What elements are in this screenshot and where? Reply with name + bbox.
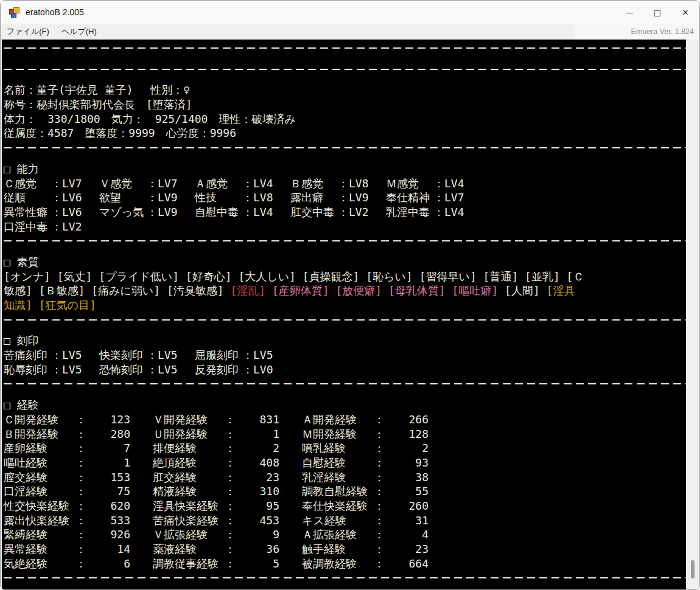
experience-row-cell: 気絶経験：6 <box>4 557 153 571</box>
experience-row-cell: 乳淫経験：38 <box>302 470 451 485</box>
maximize-button[interactable]: □ <box>643 1 671 24</box>
experience-row-cell: 産卵経験：7 <box>4 441 153 456</box>
ability-row-cell: Ｂ感覚：LV8 <box>290 176 386 191</box>
ability-row-cell: Ｍ感覚：LV4 <box>386 176 481 191</box>
profile-name-line: 名前：菫子(宇佐見 菫子) 性別：♀ <box>2 83 686 97</box>
mark-row-cell: 反発刻印：LV0 <box>195 363 290 377</box>
marks-header: □ 刻印 <box>2 333 686 348</box>
experience-table: Ｃ開発経験：123Ｖ開発経験：831Ａ開発経験：266Ｂ開発経験：280Ｕ開発経… <box>2 412 686 571</box>
experience-row-cell: Ｂ開発経験：280 <box>4 427 153 442</box>
scrollbar-track[interactable] <box>686 40 699 589</box>
abilities-header: □ 能力 <box>2 162 686 176</box>
experience-row-cell: 被調教経験：664 <box>302 557 451 571</box>
mark-row: 恥辱刻印：LV5恐怖刻印：LV5反発刻印：LV0 <box>2 363 686 377</box>
console-body: 名前：菫子(宇佐見 菫子) 性別：♀ 称号：秘封倶楽部初代会長 [堕落済] 体力… <box>2 40 686 589</box>
ability-row-cell: 奉仕精神：LV7 <box>386 190 481 205</box>
separator-line <box>2 69 686 83</box>
mark-row-cell: 苦痛刻印：LV5 <box>4 348 99 363</box>
experience-row-cell: 淫具快楽経験：95 <box>153 499 302 513</box>
experience-row-cell: Ｃ開発経験：123 <box>4 412 153 427</box>
experience-row-cell: 異常経験：14 <box>4 542 153 557</box>
experience-row: 産卵経験：7排便経験：2噴乳経験：2 <box>2 441 686 456</box>
ability-row-cell: 従順：LV6 <box>4 190 99 205</box>
app-window: eratohoB 2.005 — □ ✕ ファイル(F) ヘルプ(H) Emue… <box>0 0 700 590</box>
experience-row-cell: Ｍ開発経験：128 <box>302 427 451 442</box>
ability-row-cell: マゾっ気：LV9 <box>99 205 195 220</box>
ability-row-cell: 肛交中毒：LV2 <box>290 205 386 220</box>
scrollbar-thumb[interactable] <box>691 560 695 578</box>
experience-row-cell: 露出快楽経験：533 <box>4 513 153 528</box>
experience-row-cell: Ａ開発経験：266 <box>302 412 451 427</box>
ability-row: 口淫中毒：LV2 <box>2 220 686 234</box>
trait-tag-segment: [淫乱] <box>230 284 265 297</box>
experience-row-cell: 調教従事経験：5 <box>153 557 302 571</box>
menu-file[interactable]: ファイル(F) <box>1 24 55 40</box>
separator-line <box>2 147 686 162</box>
close-button[interactable]: ✕ <box>671 1 699 24</box>
separator-line <box>2 47 686 62</box>
traits-list: [オンナ] [気丈] [プライド低い] [好奇心] [大人しい] [貞操観念] … <box>2 269 686 313</box>
trait-tag-segment: [淫具 <box>547 284 575 297</box>
experience-row-cell: 噴乳経験：2 <box>302 441 451 456</box>
menu-help[interactable]: ヘルプ(H) <box>55 24 103 40</box>
experience-row: 気絶経験：6調教従事経験：5被調教経験：664 <box>2 557 686 571</box>
experience-row-cell: キス経験：31 <box>302 513 451 528</box>
mark-row-cell: 快楽刻印：LV5 <box>99 348 195 363</box>
experience-header: □ 経験 <box>2 398 686 412</box>
experience-row: 口淫経験：75精液経験：310調教自慰経験：55 <box>2 484 686 499</box>
experience-row: 膣交経験：153肛交経験：23乳淫経験：38 <box>2 470 686 485</box>
console-output: 名前：菫子(宇佐見 菫子) 性別：♀ 称号：秘封倶楽部初代会長 [堕落済] 体力… <box>1 40 699 586</box>
experience-row-cell: 排便経験：2 <box>153 441 302 456</box>
experience-row-cell: Ｕ開発経験：1 <box>153 427 302 442</box>
ability-row-cell: 口淫中毒：LV2 <box>4 220 99 234</box>
ability-row-cell: 露出癖：LV9 <box>290 190 386 205</box>
mark-row-cell: 屈服刻印：LV5 <box>195 348 290 363</box>
separator-line <box>2 319 686 334</box>
experience-row-cell: Ｖ拡張経験：9 <box>153 527 302 542</box>
traits-line: 敏感] [Ｂ敏感] [痛みに弱い] [汚臭敏感] [淫乱] [産卵体質] [放便… <box>2 283 686 298</box>
abilities-table: Ｃ感覚：LV7Ｖ感覚：LV7Ａ感覚：LV4Ｂ感覚：LV8Ｍ感覚：LV4従順：LV… <box>2 176 686 234</box>
experience-row-cell: 嘔吐経験：1 <box>4 456 153 470</box>
traits-line: 知識] [狂気の目] <box>2 298 686 313</box>
experience-row: 性交快楽経験：620淫具快楽経験：95奉仕快楽経験：260 <box>2 499 686 513</box>
ability-row-cell: 自慰中毒：LV4 <box>195 205 290 220</box>
mark-row-cell: 恐怖刻印：LV5 <box>99 363 195 377</box>
experience-row-cell: 調教自慰経験：55 <box>302 484 451 499</box>
minimize-button[interactable]: — <box>615 1 643 24</box>
experience-row-cell: 性交快楽経験：620 <box>4 499 153 513</box>
trait-tag-segment: [オンナ] [気丈] [プライド低い] [好奇心] [大人しい] [貞操観念] … <box>4 270 584 283</box>
ability-row-cell: Ｖ感覚：LV7 <box>99 176 195 191</box>
profile-stats-line: 体力： 330/1800 気力： 925/1400 理性：破壊済み <box>2 112 686 127</box>
experience-row-cell: 薬液経験：36 <box>153 542 302 557</box>
experience-row-cell: 絶頂経験：408 <box>153 456 302 470</box>
experience-row-cell: 触手経験：23 <box>302 542 451 557</box>
trait-tag-segment: [産卵体質] [放便癖] [母乳体質] [嘔吐癖] <box>272 284 498 297</box>
ability-row: 従順：LV6欲望：LV9性技：LV8露出癖：LV9奉仕精神：LV7 <box>2 190 686 205</box>
experience-row-cell: 苦痛快楽経験：453 <box>153 513 302 528</box>
ability-row-cell: 性技：LV8 <box>195 190 290 205</box>
experience-row: 露出快楽経験：533苦痛快楽経験：453キス経験：31 <box>2 513 686 528</box>
ability-row-cell: Ａ感覚：LV4 <box>195 176 290 191</box>
profile-title-line: 称号：秘封倶楽部初代会長 [堕落済] <box>2 97 686 112</box>
experience-row-cell: 口淫経験：75 <box>4 484 153 499</box>
app-icon <box>9 7 19 18</box>
experience-row-cell: 緊縛経験：926 <box>4 527 153 542</box>
mark-row-cell: 恥辱刻印：LV5 <box>4 363 99 377</box>
experience-row: 緊縛経験：926Ｖ拡張経験：9Ａ拡張経験：4 <box>2 527 686 542</box>
ability-row-cell: Ｃ感覚：LV7 <box>4 176 99 191</box>
profile-degree-line: 従属度：4587 堕落度：9999 心労度：9996 <box>2 126 686 141</box>
menu-bar: ファイル(F) ヘルプ(H) Emuera Ver. 1.824 <box>1 24 699 40</box>
experience-row-cell: 自慰経験：93 <box>302 456 451 470</box>
experience-row-cell: Ｖ開発経験：831 <box>153 412 302 427</box>
ability-row-cell: 異常性癖：LV6 <box>4 205 99 220</box>
emuera-version-label: Emuera Ver. 1.824 <box>575 24 699 40</box>
ability-row-cell: 欲望：LV9 <box>99 190 195 205</box>
traits-header: □ 素質 <box>2 255 686 269</box>
experience-row: 異常経験：14薬液経験：36触手経験：23 <box>2 542 686 557</box>
experience-row-cell: 奉仕快楽経験：260 <box>302 499 451 513</box>
mark-row: 苦痛刻印：LV5快楽刻印：LV5屈服刻印：LV5 <box>2 348 686 363</box>
separator-line <box>2 240 686 255</box>
trait-tag-segment <box>265 284 272 297</box>
experience-row-cell: 精液経験：310 <box>153 484 302 499</box>
trait-tag-segment: [人間] <box>498 284 546 297</box>
